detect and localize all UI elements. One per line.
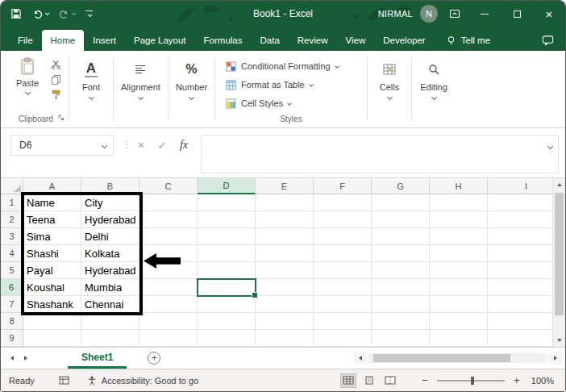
scroll-down-button[interactable] [553, 334, 566, 347]
undo-button[interactable] [32, 9, 48, 19]
cell-D2[interactable] [198, 211, 256, 228]
cell-H8[interactable] [430, 313, 488, 330]
cell-F6[interactable] [314, 279, 372, 296]
page-break-preview-button[interactable] [383, 374, 397, 387]
cell-F4[interactable] [314, 245, 372, 262]
cell-A6[interactable]: Koushal [23, 279, 81, 296]
cell-H9[interactable] [430, 330, 488, 347]
row-header-1[interactable]: 1 [1, 194, 23, 211]
cell-B2[interactable]: Hyderabad [81, 211, 139, 228]
cell-D3[interactable] [198, 228, 256, 245]
formula-cancel-button[interactable]: × [132, 136, 150, 154]
cell-E2[interactable] [256, 211, 314, 228]
editing-group-button[interactable]: Editing [413, 52, 455, 127]
column-header-A[interactable]: A [23, 178, 81, 194]
cell-D9[interactable] [198, 330, 256, 347]
cell-C7[interactable] [139, 296, 198, 313]
font-group-button[interactable]: A Font [70, 52, 112, 127]
cell-C1[interactable] [139, 194, 198, 211]
paste-button[interactable]: Paste [10, 54, 44, 100]
cell-B8[interactable] [81, 313, 139, 330]
cell-E6[interactable] [256, 279, 314, 296]
sheet-tab-sheet1[interactable]: Sheet1 [68, 348, 127, 369]
customize-quick-access-button[interactable] [85, 10, 93, 17]
horizontal-scrollbar[interactable] [354, 352, 562, 365]
cell-G9[interactable] [372, 330, 430, 347]
cell-F1[interactable] [314, 194, 372, 211]
column-header-D[interactable]: D [198, 178, 256, 194]
number-group-button[interactable]: % Number [169, 52, 214, 127]
cell-G7[interactable] [372, 296, 430, 313]
cell-B5[interactable]: Hyderabad [81, 262, 139, 279]
cell-F5[interactable] [314, 262, 372, 279]
vertical-scroll-thumb[interactable] [555, 193, 564, 315]
cell-G8[interactable] [372, 313, 430, 330]
zoom-slider-thumb[interactable] [471, 377, 474, 385]
cell-C6[interactable] [139, 279, 198, 296]
alignment-group-button[interactable]: Alignment [114, 52, 167, 127]
horizontal-scroll-track[interactable] [368, 353, 547, 363]
tab-home[interactable]: Home [42, 30, 85, 51]
new-sheet-button[interactable]: + [148, 352, 160, 365]
cell-G5[interactable] [372, 262, 430, 279]
tell-me-button[interactable]: Tell me [446, 30, 490, 51]
row-header-9[interactable]: 9 [1, 330, 23, 347]
cell-F3[interactable] [314, 228, 372, 245]
row-header-5[interactable]: 5 [1, 262, 23, 279]
formula-enter-button[interactable]: ✓ [153, 136, 171, 154]
cell-A5[interactable]: Payal [23, 262, 81, 279]
previous-sheet-button[interactable] [10, 356, 14, 361]
cell-H6[interactable] [430, 279, 488, 296]
cell-G4[interactable] [372, 245, 430, 262]
column-header-F[interactable]: F [314, 178, 372, 194]
tab-insert[interactable]: Insert [84, 30, 125, 51]
cell-C2[interactable] [139, 211, 198, 228]
format-as-table-button[interactable]: Format as Table [223, 76, 342, 94]
cell-D8[interactable] [198, 313, 256, 330]
cell-D4[interactable] [198, 245, 256, 262]
column-header-C[interactable]: C [139, 178, 198, 194]
cell-F7[interactable] [314, 296, 372, 313]
cells-group-button[interactable]: Cells [368, 52, 410, 127]
cell-F8[interactable] [314, 313, 372, 330]
cell-C8[interactable] [139, 313, 198, 330]
cell-B7[interactable]: Chennai [81, 296, 139, 313]
cell-E8[interactable] [256, 313, 314, 330]
name-box[interactable]: D6 [10, 135, 114, 156]
user-name[interactable]: NIRMAL [378, 9, 413, 19]
cell-B6[interactable]: Mumbia [81, 279, 139, 296]
row-header-7[interactable]: 7 [1, 296, 23, 313]
cell-B1[interactable]: City [81, 194, 139, 211]
column-header-E[interactable]: E [256, 178, 314, 194]
cell-A3[interactable]: Sima [23, 228, 81, 245]
cell-F2[interactable] [314, 211, 372, 228]
cell-C5[interactable] [139, 262, 198, 279]
cell-E7[interactable] [256, 296, 314, 313]
cell-E4[interactable] [256, 245, 314, 262]
row-header-4[interactable]: 4 [1, 245, 23, 262]
scroll-right-button[interactable] [549, 352, 562, 365]
row-header-2[interactable]: 2 [1, 211, 23, 228]
redo-button[interactable] [59, 9, 75, 19]
cell-D7[interactable] [198, 296, 256, 313]
cell-H3[interactable] [430, 228, 488, 245]
tab-review[interactable]: Review [289, 30, 337, 51]
cell-H4[interactable] [430, 245, 488, 262]
tab-file[interactable]: File [9, 30, 42, 51]
cell-G6[interactable] [372, 279, 430, 296]
cell-H7[interactable] [430, 296, 488, 313]
tab-formulas[interactable]: Formulas [195, 30, 252, 51]
zoom-slider[interactable] [437, 380, 505, 382]
cell-A7[interactable]: Shashank [23, 296, 81, 313]
clipboard-dialog-launcher-icon[interactable] [58, 115, 65, 121]
formula-bar-input[interactable] [201, 135, 559, 173]
cell-B9[interactable] [81, 330, 139, 347]
row-header-6[interactable]: 6 [1, 279, 23, 296]
ribbon-display-options-icon[interactable] [449, 8, 460, 19]
cell-E5[interactable] [256, 262, 314, 279]
cell-A9[interactable] [23, 330, 81, 347]
vertical-scroll-track[interactable] [553, 191, 565, 334]
cell-A2[interactable]: Teena [23, 211, 81, 228]
cell-H2[interactable] [430, 211, 488, 228]
normal-view-button[interactable] [341, 374, 356, 387]
